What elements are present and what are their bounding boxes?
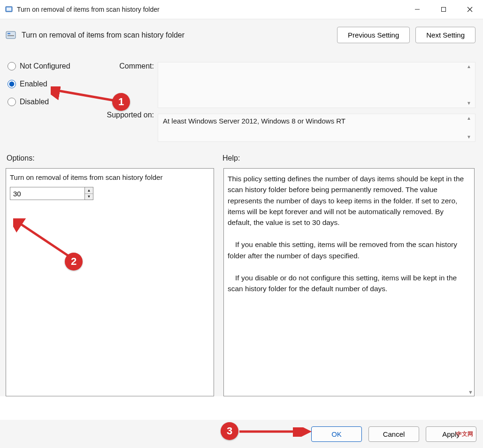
radio-enabled-input[interactable] xyxy=(8,80,16,88)
apply-button[interactable]: Apply 中文网 xyxy=(426,426,476,442)
annotation-badge-3: 3 xyxy=(221,422,238,440)
radio-disabled-input[interactable] xyxy=(8,98,16,106)
window-title: Turn on removal of items from scan histo… xyxy=(17,6,404,13)
comment-label: Comment: xyxy=(97,62,158,70)
option-title: Turn on removal of items from scan histo… xyxy=(10,173,210,181)
svg-rect-7 xyxy=(8,33,10,34)
titlebar: Turn on removal of items from scan histo… xyxy=(0,0,483,19)
options-label: Options: xyxy=(7,154,222,162)
help-paragraph: This policy setting defines the number o… xyxy=(228,173,465,228)
svg-rect-3 xyxy=(442,8,446,12)
radio-label: Enabled xyxy=(20,80,47,88)
scroll-arrows[interactable]: ▲▼ xyxy=(467,116,473,139)
maximize-button[interactable] xyxy=(430,0,457,19)
spinner-down-icon[interactable]: ▼ xyxy=(85,194,93,200)
chevron-down-icon[interactable]: ▼ xyxy=(468,389,473,395)
svg-rect-6 xyxy=(6,31,15,39)
radio-not-configured[interactable]: Not Configured xyxy=(8,62,97,70)
help-panel: This policy setting defines the number o… xyxy=(223,168,475,396)
header-row: Turn on removal of items from scan histo… xyxy=(5,24,478,50)
close-button[interactable] xyxy=(457,0,483,19)
scroll-arrows[interactable]: ▲▼ xyxy=(467,64,473,106)
previous-setting-button[interactable]: Previous Setting xyxy=(337,27,410,43)
svg-rect-1 xyxy=(7,8,11,11)
radio-column: Not Configured Enabled Disabled xyxy=(8,62,97,142)
radio-enabled[interactable]: Enabled xyxy=(8,80,97,88)
minimize-button[interactable] xyxy=(404,0,430,19)
spinner-up-icon[interactable]: ▲ xyxy=(85,187,93,194)
footer: OK Cancel Apply 中文网 xyxy=(0,420,483,448)
ok-button[interactable]: OK xyxy=(311,426,362,442)
supported-on-field: At least Windows Server 2012, Windows 8 … xyxy=(158,114,475,142)
app-icon xyxy=(5,5,13,14)
section-labels: Options: Help: xyxy=(5,145,478,168)
help-label: Help: xyxy=(222,154,478,162)
help-paragraph: If you disable or do not configure this … xyxy=(228,272,465,294)
content-area: Turn on removal of items from scan histo… xyxy=(0,19,483,396)
radio-label: Not Configured xyxy=(20,62,70,70)
options-panel: Turn on removal of items from scan histo… xyxy=(6,168,214,396)
supported-on-value: At least Windows Server 2012, Windows 8 … xyxy=(163,117,345,125)
radio-label: Disabled xyxy=(20,98,49,106)
panels-row: Turn on removal of items from scan histo… xyxy=(5,168,478,396)
help-text: This policy setting defines the number o… xyxy=(228,173,465,294)
page-title: Turn on removal of items from scan histo… xyxy=(22,31,337,39)
radio-disabled[interactable]: Disabled xyxy=(8,98,97,106)
svg-rect-8 xyxy=(8,35,14,36)
cancel-button[interactable]: Cancel xyxy=(368,426,419,442)
days-spinner[interactable]: ▲ ▼ xyxy=(10,187,93,200)
policy-icon xyxy=(5,29,17,41)
supported-label: Supported on: xyxy=(97,111,158,119)
radio-not-configured-input[interactable] xyxy=(8,62,16,70)
next-setting-button[interactable]: Next Setting xyxy=(415,27,475,43)
days-input[interactable] xyxy=(10,187,84,200)
annotation-badge-2: 2 xyxy=(65,253,83,270)
comment-field[interactable]: ▲▼ xyxy=(158,62,475,108)
help-paragraph: If you enable this setting, items will b… xyxy=(228,239,465,261)
config-grid: Not Configured Enabled Disabled Comment:… xyxy=(5,50,478,145)
annotation-badge-1: 1 xyxy=(112,93,130,111)
window-controls xyxy=(404,0,483,19)
apply-label: Apply xyxy=(442,430,460,438)
